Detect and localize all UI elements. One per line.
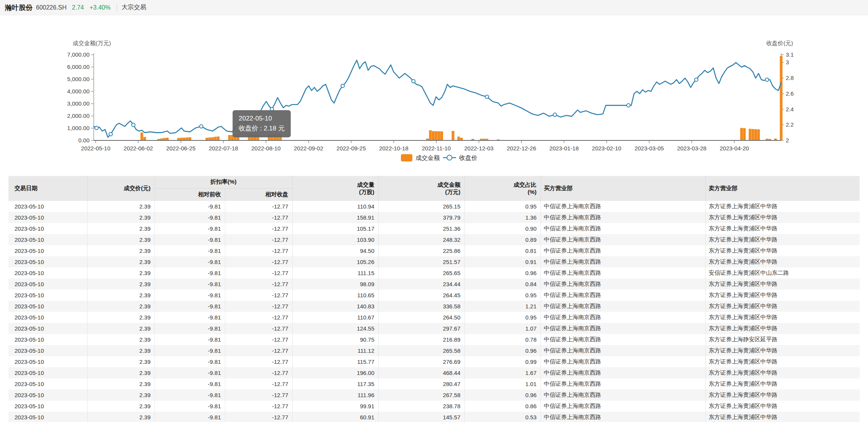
cell-ratio: 1.67 xyxy=(464,367,541,378)
chart-text: 2022-07-18 xyxy=(209,145,238,152)
cell-buyer: 中信证券上海南京西路 xyxy=(541,367,705,378)
cell-buyer: 中信证券上海南京西路 xyxy=(541,256,705,267)
table-row: 2023-05-102.39-9.81-12.77105.17251.360.9… xyxy=(8,223,860,234)
cell-volume: 60.91 xyxy=(292,412,378,422)
chart-canvas[interactable]: 成交金额(万元)收盘价(元)0.001,000.002,000.003,000.… xyxy=(0,23,868,170)
cell-price: 2.39 xyxy=(87,245,155,256)
table-row: 2023-05-102.39-9.81-12.7799.91238.780.86… xyxy=(8,401,860,412)
tab-block-trade[interactable]: 大宗交易 xyxy=(122,3,146,11)
chart-text: 2023-01-18 xyxy=(549,145,579,152)
cell-ratio: 0.78 xyxy=(464,334,541,345)
amount-bar xyxy=(205,138,208,140)
cell-buyer: 中信证券上海南京西路 xyxy=(541,279,705,290)
cell-amount: 265.58 xyxy=(378,345,464,356)
cell-ratio: 0.53 xyxy=(464,412,541,422)
cell-buyer: 中信证券上海南京西路 xyxy=(541,412,705,422)
stock-name: 瀚叶股份 xyxy=(5,3,33,12)
cell-date: 2023-05-10 xyxy=(8,367,87,378)
cell-ratio: 0.96 xyxy=(464,345,541,356)
cell-price: 2.39 xyxy=(87,367,155,378)
cell-discount-prev: -9.81 xyxy=(155,223,225,234)
cell-volume: 110.67 xyxy=(292,312,378,323)
col-header-discount-close: 相对收盘 xyxy=(225,188,292,201)
cell-discount-prev: -9.81 xyxy=(155,378,225,389)
cell-ratio: 1.21 xyxy=(464,301,541,312)
cell-date: 2023-05-10 xyxy=(8,245,87,256)
amount-bar xyxy=(183,138,186,140)
cell-date: 2023-05-10 xyxy=(8,279,87,290)
line-marker xyxy=(200,125,203,128)
cell-discount-prev: -9.81 xyxy=(155,412,225,422)
cell-ratio: 0.95 xyxy=(464,290,541,301)
cell-amount: 468.44 xyxy=(378,367,464,378)
chart-text: 3,000.00 xyxy=(67,100,90,107)
cell-seller: 东方证券上海黄浦区中华路 xyxy=(705,245,860,256)
col-header-date: 交易日期 xyxy=(8,176,87,201)
line-marker xyxy=(627,104,630,107)
chart-text: 2 xyxy=(786,137,789,143)
amount-bar xyxy=(438,131,440,140)
chart-text: 7,000.00 xyxy=(67,51,90,58)
legend-amount-swatch[interactable] xyxy=(401,154,412,161)
legend-amount-label[interactable]: 成交金额 xyxy=(415,155,440,161)
cell-seller: 安信证券上海黄浦区中山东二路 xyxy=(705,267,860,279)
cell-volume: 94.50 xyxy=(292,245,378,256)
cell-price: 2.39 xyxy=(87,290,155,301)
cell-buyer: 中信证券上海南京西路 xyxy=(541,378,705,389)
chart-text: 2023-04-20 xyxy=(720,145,749,152)
chart-text: 5,000.00 xyxy=(67,76,90,82)
table-row: 2023-05-102.39-9.81-12.77103.90248.320.8… xyxy=(8,234,860,245)
cell-discount-prev: -9.81 xyxy=(155,356,225,367)
amount-bar xyxy=(460,138,463,140)
cell-seller: 东方证券上海黄浦区中华路 xyxy=(705,256,860,267)
cell-price: 2.39 xyxy=(87,212,155,223)
amount-bar xyxy=(208,137,211,140)
cell-volume: 99.91 xyxy=(292,401,378,412)
amount-bar xyxy=(256,135,259,140)
chart-text: 2022-09-02 xyxy=(294,145,323,152)
cell-amount: 336.58 xyxy=(378,301,464,312)
cell-discount-prev: -9.81 xyxy=(155,334,225,345)
cell-discount-close: -12.77 xyxy=(225,201,292,212)
cell-discount-prev: -9.81 xyxy=(155,389,225,401)
cell-discount-prev: -9.81 xyxy=(155,290,225,301)
cell-date: 2023-05-10 xyxy=(8,212,87,223)
cell-ratio: 1.07 xyxy=(464,323,541,334)
chart-text: 2023-02-10 xyxy=(592,145,621,152)
cell-discount-prev: -9.81 xyxy=(155,345,225,356)
legend-close-label[interactable]: 收盘价 xyxy=(459,155,477,161)
block-trade-chart[interactable]: 成交金额(万元)收盘价(元)0.001,000.002,000.003,000.… xyxy=(0,23,868,170)
cell-price: 2.39 xyxy=(87,279,155,290)
cell-seller: 东方证券上海黄浦区中华路 xyxy=(705,378,860,389)
chart-text: 4,000.00 xyxy=(67,88,90,95)
cell-discount-close: -12.77 xyxy=(225,367,292,378)
cell-amount: 276.69 xyxy=(378,356,464,367)
cell-ratio: 0.91 xyxy=(464,256,541,267)
legend-close-marker[interactable] xyxy=(447,155,452,160)
table-row: 2023-05-102.39-9.81-12.7760.91145.570.53… xyxy=(8,412,860,422)
table-body: 2023-05-102.39-9.81-12.77110.94265.150.9… xyxy=(8,201,860,422)
cell-discount-prev: -9.81 xyxy=(155,256,225,267)
cell-discount-close: -12.77 xyxy=(225,301,292,312)
cell-date: 2023-05-10 xyxy=(8,412,87,422)
cell-volume: 196.00 xyxy=(292,367,378,378)
amount-bar xyxy=(217,137,220,140)
cell-volume: 117.35 xyxy=(292,378,378,389)
stock-code: 600226.SH xyxy=(36,4,67,11)
amount-bar xyxy=(274,134,276,140)
amount-bar xyxy=(186,137,189,140)
block-trade-table: 交易日期 成交价(元) 折扣率(%) 成交量(万股) 成交金额(万元) 成交占比… xyxy=(8,176,860,422)
amount-bar xyxy=(752,129,754,140)
cell-seller: 东方证券上海黄浦区中华路 xyxy=(705,223,860,234)
cell-seller: 东方证券上海黄浦区中华路 xyxy=(705,279,860,290)
cell-ratio: 1.01 xyxy=(464,378,541,389)
cell-seller: 东方证券上海黄浦区中华路 xyxy=(705,290,860,301)
cell-discount-prev: -9.81 xyxy=(155,301,225,312)
line-marker xyxy=(485,95,489,98)
cell-discount-close: -12.77 xyxy=(225,290,292,301)
table-row: 2023-05-102.39-9.81-12.77124.55297.671.0… xyxy=(8,323,860,334)
cell-price: 2.39 xyxy=(87,389,155,401)
cell-volume: 124.55 xyxy=(292,323,378,334)
line-marker xyxy=(695,78,698,81)
cell-buyer: 中信证券上海南京西路 xyxy=(541,345,705,356)
